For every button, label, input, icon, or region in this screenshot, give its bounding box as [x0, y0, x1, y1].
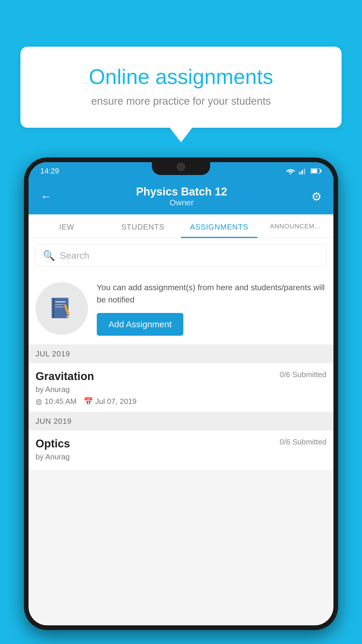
assignment-submitted: 0/6 Submitted [280, 370, 326, 379]
status-time: 14:29 [40, 167, 59, 176]
bubble-subtitle: ensure more practice for your students [41, 95, 321, 107]
header-subtitle: Owner [52, 198, 311, 207]
assignment-meta: ◍ 10:45 AM 📅 Jul 07, 2019 [36, 397, 326, 406]
bubble-title: Online assignments [41, 64, 321, 89]
assignment-top-row-optics: Optics 0/6 Submitted [36, 438, 326, 450]
tab-assignments[interactable]: ASSIGNMENTS [181, 214, 257, 238]
battery-icon [311, 168, 322, 174]
tab-bar: IEW STUDENTS ASSIGNMENTS ANNOUNCEM... [29, 214, 333, 238]
svg-rect-8 [53, 298, 55, 318]
signal-icon [299, 167, 307, 174]
search-input[interactable]: Search [60, 250, 89, 261]
tab-announcements[interactable]: ANNOUNCEM... [257, 214, 334, 238]
assignment-time-value: 10:45 AM [45, 397, 77, 406]
assignment-item-optics[interactable]: Optics 0/6 Submitted by Anurag [29, 430, 333, 470]
header-title-group: Physics Batch 12 Owner [52, 186, 311, 207]
tab-iew[interactable]: IEW [29, 214, 105, 238]
status-icons [286, 167, 322, 174]
assignment-title-optics: Optics [36, 438, 70, 450]
svg-rect-5 [320, 170, 321, 172]
svg-rect-10 [55, 304, 63, 305]
svg-rect-11 [55, 307, 64, 307]
speech-bubble: Online assignments ensure more practice … [20, 47, 342, 128]
phone-mockup: 14:29 [24, 158, 338, 644]
phone-screen: 14:29 [29, 162, 333, 625]
assignment-icon-circle [36, 282, 88, 335]
calendar-icon: 📅 [84, 397, 93, 406]
front-camera [177, 163, 185, 171]
search-icon: 🔍 [43, 250, 55, 261]
assignment-item-gravitation[interactable]: Gravitation 0/6 Submitted by Anurag ◍ 10… [29, 363, 333, 412]
settings-icon[interactable]: ⚙ [311, 190, 322, 203]
section-jun-2019: JUN 2019 [29, 412, 333, 430]
phone-outer: 14:29 [24, 158, 338, 630]
add-assignment-description: You can add assignment(s) from here and … [97, 281, 326, 306]
assignment-date: 📅 Jul 07, 2019 [84, 397, 137, 406]
tab-students[interactable]: STUDENTS [105, 214, 181, 238]
app-header: ← Physics Batch 12 Owner ⚙ [29, 180, 333, 214]
assignment-author: by Anurag [36, 385, 326, 394]
section-jul-2019: JUL 2019 [29, 345, 333, 363]
notebook-icon [49, 295, 75, 322]
add-assignment-button[interactable]: Add Assignment [97, 313, 183, 336]
clock-icon: ◍ [36, 397, 42, 406]
promo-section: Online assignments ensure more practice … [20, 47, 342, 128]
wifi-icon [286, 167, 296, 174]
assignment-submitted-optics: 0/6 Submitted [280, 438, 326, 447]
assignment-time: ◍ 10:45 AM [36, 397, 77, 406]
add-assignment-section: You can add assignment(s) from here and … [29, 273, 333, 345]
add-assignment-info: You can add assignment(s) from here and … [97, 281, 326, 336]
svg-rect-3 [304, 169, 305, 174]
svg-rect-9 [55, 301, 66, 302]
header-title: Physics Batch 12 [52, 186, 311, 198]
assignment-title: Gravitation [36, 370, 94, 383]
assignment-date-value: Jul 07, 2019 [95, 397, 137, 406]
section-month-label-jun: JUN 2019 [36, 417, 72, 426]
assignment-top-row: Gravitation 0/6 Submitted [36, 370, 326, 383]
svg-rect-2 [301, 170, 303, 174]
search-container: 🔍 Search [29, 238, 333, 273]
svg-rect-1 [299, 172, 301, 174]
section-month-label: JUL 2019 [36, 349, 70, 358]
search-bar[interactable]: 🔍 Search [36, 244, 326, 267]
back-button[interactable]: ← [40, 190, 52, 203]
svg-rect-6 [311, 169, 317, 173]
assignment-author-optics: by Anurag [36, 452, 326, 461]
svg-point-0 [290, 173, 291, 174]
phone-notch [152, 158, 210, 175]
